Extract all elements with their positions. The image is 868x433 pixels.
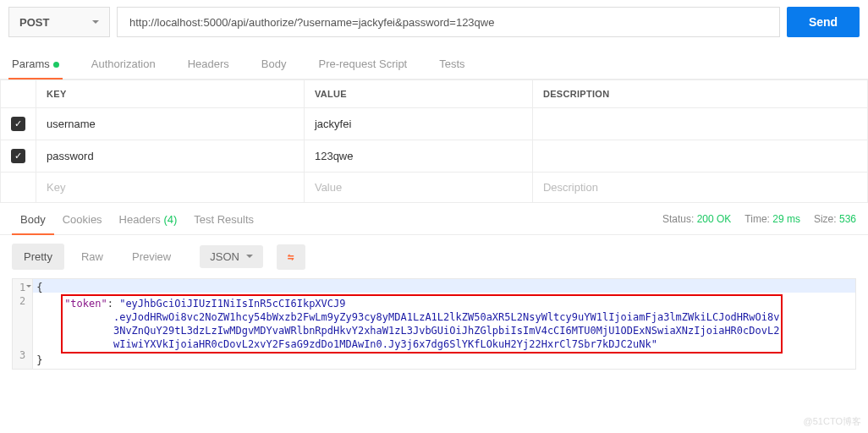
line-gutter: 123 [13, 279, 33, 369]
wrap-lines-icon[interactable]: ⇋ [277, 244, 305, 270]
view-preview[interactable]: Preview [120, 244, 183, 270]
method-select[interactable]: POST [8, 7, 110, 37]
request-tabs: Params Authorization Headers Body Pre-re… [0, 47, 868, 79]
resp-tab-cookies[interactable]: Cookies [54, 203, 111, 234]
param-desc[interactable] [532, 140, 867, 173]
size-value: 536 [839, 213, 856, 225]
param-key[interactable]: password [36, 140, 305, 173]
col-desc: DESCRIPTION [532, 80, 867, 108]
format-select[interactable]: JSON [200, 245, 263, 268]
param-key-placeholder[interactable]: Key [36, 173, 305, 203]
table-row: ✓ password 123qwe [1, 140, 868, 173]
resp-tab-headers[interactable]: Headers (4) [111, 203, 186, 234]
url-input[interactable]: http://localhost:5000/api/authorize/?use… [117, 7, 780, 37]
view-pretty[interactable]: Pretty [12, 244, 64, 270]
tab-headers[interactable]: Headers [184, 47, 233, 79]
tab-body[interactable]: Body [258, 47, 290, 79]
response-body: 123 { "token": "eyJhbGciOiJIUzI1NiIsInR5… [12, 278, 856, 370]
param-value-placeholder[interactable]: Value [304, 173, 532, 203]
param-value[interactable]: 123qwe [304, 140, 532, 173]
view-raw[interactable]: Raw [69, 244, 115, 270]
tab-prerequest[interactable]: Pre-request Script [315, 47, 410, 79]
param-desc-placeholder[interactable]: Description [532, 173, 867, 203]
resp-tab-testresults[interactable]: Test Results [185, 203, 262, 234]
resp-tab-body[interactable]: Body [12, 203, 54, 234]
send-button[interactable]: Send [787, 7, 860, 37]
col-value: VALUE [304, 80, 532, 108]
json-source[interactable]: { "token": "eyJhbGciOiJIUzI1NiIsInR5cCI6… [33, 279, 855, 369]
col-key: KEY [36, 80, 305, 108]
params-table: KEY VALUE DESCRIPTION ✓ username jackyfe… [0, 79, 868, 203]
time-value: 29 ms [772, 213, 800, 225]
checkbox-icon[interactable]: ✓ [11, 149, 25, 163]
table-row: ✓ username jackyfei [1, 108, 868, 140]
param-desc[interactable] [532, 108, 867, 140]
tab-authorization[interactable]: Authorization [88, 47, 159, 79]
checkbox-icon[interactable]: ✓ [11, 117, 25, 131]
status-value: 200 OK [697, 213, 732, 225]
params-indicator-icon [53, 62, 59, 68]
response-meta: Status: 200 OK Time: 29 ms Size: 536 [662, 213, 856, 225]
param-value[interactable]: jackyfei [304, 108, 532, 140]
tab-params[interactable]: Params [8, 47, 63, 79]
param-key[interactable]: username [36, 108, 305, 140]
tab-tests[interactable]: Tests [436, 47, 468, 79]
response-tabs: Body Cookies Headers (4) Test Results St… [0, 203, 868, 235]
table-row-new: Key Value Description [1, 173, 868, 203]
